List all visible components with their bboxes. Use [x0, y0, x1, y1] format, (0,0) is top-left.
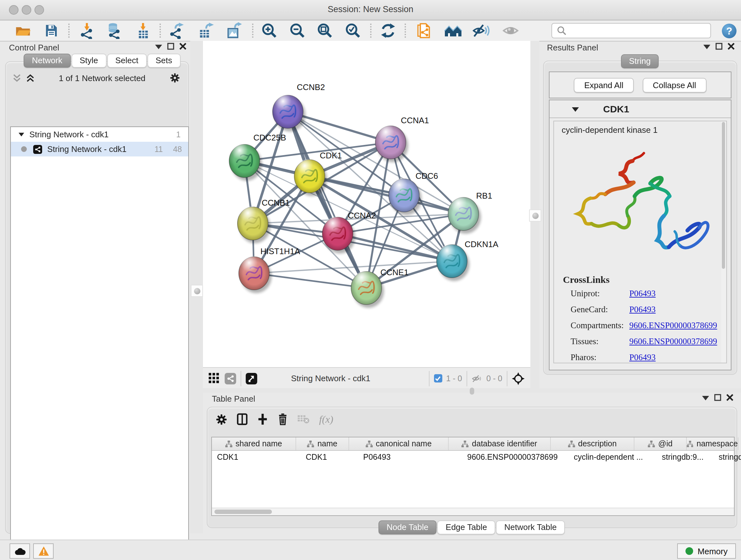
node-CCNE1[interactable]: CCNE1: [351, 267, 408, 308]
show-columns-icon[interactable]: [237, 413, 248, 425]
table-cell[interactable]: CDK1: [212, 451, 300, 463]
import-network-file-button[interactable]: [78, 22, 96, 39]
tab-network-table[interactable]: Network Table: [496, 520, 565, 535]
network-collection-row[interactable]: String Network - cdk1 1: [11, 127, 188, 142]
fit-selected-crosshair-icon[interactable]: [512, 372, 525, 385]
table-cell[interactable]: cyclin-dependent ...: [569, 451, 657, 463]
table-row[interactable]: CDK1CDK1P064939606.ENSP00000378699cyclin…: [212, 451, 734, 463]
network-row[interactable]: String Network - cdk1 11 48: [11, 142, 188, 157]
collapse-all-button[interactable]: Collapse All: [643, 78, 706, 92]
export-network-button[interactable]: [167, 22, 185, 39]
table-hscrollbar-thumb[interactable]: [214, 509, 272, 514]
left-splitter-handle[interactable]: [191, 285, 203, 297]
eye-disabled-button[interactable]: [502, 22, 520, 39]
tab-select[interactable]: Select: [107, 54, 146, 68]
column-header-database-identifier[interactable]: database identifier: [449, 437, 551, 450]
share-document-button[interactable]: [415, 22, 433, 39]
delete-table-icon[interactable]: [297, 415, 310, 424]
tab-edge-table[interactable]: Edge Table: [437, 520, 495, 535]
results-scrollbar[interactable]: [721, 121, 726, 363]
table-cell[interactable]: stringdb:9...: [657, 451, 714, 463]
edge-CCNB2-CCNE1[interactable]: [288, 112, 366, 288]
birdseye-view-button[interactable]: [444, 22, 462, 39]
selected-nodes-checkbox[interactable]: [434, 374, 442, 382]
node-CCNB1[interactable]: CCNB1: [238, 198, 290, 243]
zoom-fit-button[interactable]: [316, 22, 334, 39]
warnings-button[interactable]: [33, 543, 54, 559]
entry-header[interactable]: CDK1: [549, 100, 731, 118]
collapse-all-networks-icon[interactable]: [26, 74, 35, 82]
collection-expanded-icon[interactable]: [18, 132, 24, 137]
function-builder-icon[interactable]: f(x): [319, 414, 333, 425]
column-header-name[interactable]: name: [296, 437, 349, 450]
expand-all-networks-icon[interactable]: [13, 74, 21, 82]
node-CDKN1A[interactable]: CDKN1A: [436, 240, 498, 281]
node-CDK1[interactable]: CDK1: [294, 151, 342, 196]
node-CDC6[interactable]: CDC6: [389, 171, 438, 215]
crosslink-link[interactable]: 9606.ENSP00000378699: [629, 320, 717, 331]
add-column-icon[interactable]: [257, 414, 268, 425]
panel-collapse-icon[interactable]: [703, 44, 711, 49]
cloud-status-button[interactable]: [10, 543, 30, 559]
graphics-details-button[interactable]: [472, 22, 490, 39]
string-view-icon[interactable]: [225, 373, 236, 384]
results-scrollbar-thumb[interactable]: [722, 122, 725, 269]
left-splitter[interactable]: [190, 41, 203, 533]
node-CCNB2[interactable]: CCNB2: [273, 82, 325, 132]
entry-expanded-icon[interactable]: [572, 106, 579, 111]
expand-all-button[interactable]: Expand All: [574, 78, 634, 92]
crosslink-link[interactable]: P06493: [629, 305, 656, 315]
tab-string[interactable]: String: [621, 54, 659, 68]
save-session-button[interactable]: [42, 22, 60, 39]
import-network-database-button[interactable]: [105, 22, 123, 39]
tab-style[interactable]: Style: [71, 54, 106, 68]
open-session-button[interactable]: [14, 22, 32, 39]
zoom-out-button[interactable]: [288, 22, 307, 39]
panel-close-icon[interactable]: [179, 43, 186, 50]
column-header-description[interactable]: description: [551, 437, 634, 450]
export-table-button[interactable]: [197, 22, 214, 39]
node-RB1[interactable]: RB1: [448, 191, 492, 234]
network-canvas[interactable]: CCNB2CCNA1CDC25BCDK1CDC6RB1CCNB1CCNA2CDK…: [203, 41, 530, 367]
bottom-splitter[interactable]: [203, 388, 741, 393]
birdseye-toggle-icon[interactable]: [246, 373, 257, 384]
column-header-namespace[interactable]: namespace: [687, 437, 738, 450]
table-cell[interactable]: CDK1: [300, 451, 358, 463]
column-header-@id[interactable]: @id: [634, 437, 687, 450]
tab-sets[interactable]: Sets: [147, 54, 180, 68]
control-panel: Control Panel NetworkStyleSelectSets 1 o…: [3, 41, 190, 534]
export-image-button[interactable]: [225, 22, 243, 39]
table-cell[interactable]: stringdb: [714, 451, 741, 463]
column-header-shared-name[interactable]: shared name: [212, 437, 296, 450]
crosslink-link[interactable]: P06493: [629, 289, 656, 299]
zoom-selected-button[interactable]: [344, 22, 362, 39]
panel-collapse-icon[interactable]: [155, 44, 162, 49]
panel-float-icon[interactable]: [716, 43, 723, 50]
panel-float-icon[interactable]: [167, 43, 174, 50]
search-input[interactable]: [570, 25, 711, 36]
right-splitter[interactable]: [530, 41, 539, 388]
tab-node-table[interactable]: Node Table: [378, 520, 436, 535]
table-hscrollbar[interactable]: [212, 508, 734, 515]
panel-close-icon[interactable]: [728, 43, 735, 50]
apply-layout-button[interactable]: [379, 22, 397, 39]
panel-float-icon[interactable]: [714, 394, 721, 401]
network-options-gear-icon[interactable]: [170, 73, 180, 83]
memory-button[interactable]: Memory: [677, 543, 736, 559]
delete-column-icon[interactable]: [278, 413, 288, 425]
zoom-in-button[interactable]: [260, 22, 278, 39]
table-cell[interactable]: 9606.ENSP00000378699: [462, 451, 569, 463]
crosslink-link[interactable]: 9606.ENSP00000378699: [629, 336, 717, 347]
column-header-canonical-name[interactable]: canonical name: [349, 437, 449, 450]
grid-view-icon[interactable]: [209, 373, 219, 384]
panel-collapse-icon[interactable]: [702, 395, 709, 400]
node-CCNA1[interactable]: CCNA1: [375, 116, 429, 162]
table-cell[interactable]: P06493: [358, 451, 462, 463]
node-HIST1H1A[interactable]: HIST1H1A: [239, 246, 300, 293]
crosslink-link[interactable]: P06493: [629, 353, 656, 363]
import-table-button[interactable]: [134, 22, 152, 39]
panel-close-icon[interactable]: [726, 394, 733, 401]
tab-network[interactable]: Network: [23, 54, 71, 68]
table-gear-icon[interactable]: [216, 414, 227, 425]
help-button[interactable]: ?: [720, 22, 738, 39]
